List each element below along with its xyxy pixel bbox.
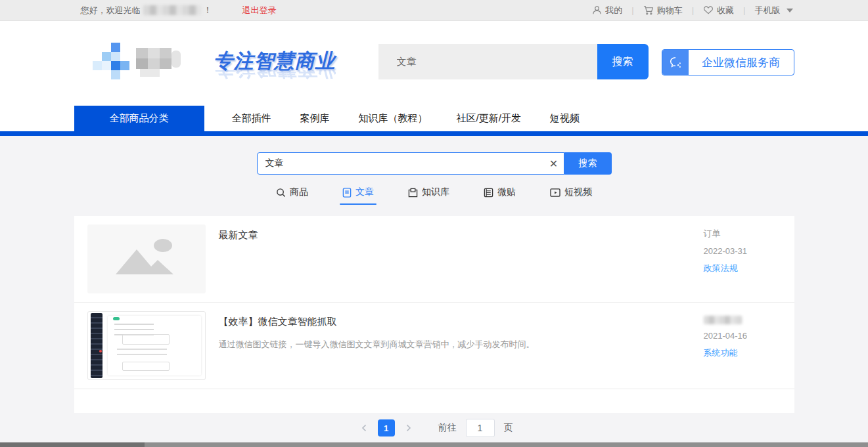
video-icon [550, 188, 560, 198]
tab-products[interactable]: 商品 [276, 186, 308, 205]
tab-posts[interactable]: 微贴 [484, 186, 516, 205]
horizontal-scrollbar[interactable] [0, 442, 868, 447]
main-nav: 全部商品分类 全部插件 案例库 知识库（教程） 社区/更新/开发 短视频 [0, 102, 868, 131]
divider: | [631, 5, 633, 15]
greeting-text: 您好，欢迎光临！ [81, 5, 212, 16]
goto-label: 前往 [438, 422, 457, 434]
result-row[interactable]: 最新文章 订单 2022-03-31 政策法规 [74, 216, 794, 303]
divider: | [743, 5, 745, 15]
clear-input-icon[interactable]: ✕ [544, 158, 564, 170]
nav-item-cases[interactable]: 案例库 [286, 112, 344, 125]
prev-page-icon[interactable] [355, 419, 373, 436]
result-date: 2022-03-31 [704, 246, 781, 256]
thumbnail-textarea [122, 362, 170, 371]
chevron-down-icon [787, 9, 793, 12]
heart-icon [703, 5, 714, 15]
result-category-blurred [704, 316, 742, 324]
cart-icon [643, 5, 654, 15]
site-header: 专注智慧商业 专注智慧商业 搜索 企业微信服务商 [0, 21, 868, 102]
page: 您好，欢迎光临！ 退出登录 我的 | 购物车 | [0, 0, 868, 447]
wecom-service-button[interactable]: 企业微信服务商 [662, 49, 794, 75]
thumbnail-badge [99, 350, 102, 352]
top-bar: 您好，欢迎光临！ 退出登录 我的 | 购物车 | [0, 0, 868, 21]
thumbnail-textarea [122, 334, 170, 345]
result-tag-link[interactable]: 政策法规 [704, 263, 781, 274]
site-logo[interactable] [93, 43, 191, 81]
result-title[interactable]: 最新文章 [219, 229, 704, 242]
header-search-input[interactable] [378, 44, 597, 79]
pagination: 1 前往 页 [0, 419, 868, 437]
slogan: 专注智慧商业 专注智慧商业 [214, 48, 329, 75]
card-bottom-spacer [74, 389, 794, 413]
thumbnail-sidebar [91, 313, 103, 378]
wecom-chat-icon [662, 50, 689, 75]
result-description: 通过微信图文链接，一键导入微信图文文章到商城文章营销中，减少手动发布时间。 [219, 338, 704, 351]
goto-page-input[interactable] [466, 419, 495, 437]
nav-item-knowledge[interactable]: 知识库（教程） [344, 112, 442, 125]
tab-knowledge[interactable]: 知识库 [408, 186, 449, 205]
nav-item-community[interactable]: 社区/更新/开发 [442, 112, 536, 125]
cart-link[interactable]: 购物车 [642, 5, 684, 16]
article-icon [342, 188, 352, 198]
placeholder-image-icon [87, 224, 206, 293]
page-unit-label: 页 [504, 422, 513, 434]
header-search-button[interactable]: 搜索 [597, 44, 649, 79]
scrollbar-thumb[interactable] [0, 442, 145, 447]
top-menu: 我的 | 购物车 | 收藏 | 手机版 [591, 5, 794, 16]
mobile-version-dropdown[interactable]: 手机版 [754, 5, 794, 16]
result-thumbnail [87, 311, 206, 380]
nav-all-categories[interactable]: 全部商品分类 [74, 106, 204, 131]
result-row[interactable]: 【效率】微信文章智能抓取 通过微信图文链接，一键导入微信图文文章到商城文章营销中… [74, 303, 794, 389]
search-icon [276, 188, 286, 198]
result-search-input[interactable] [258, 158, 544, 169]
next-page-icon[interactable] [400, 419, 417, 436]
result-meta: 2021-04-16 系统功能 [704, 311, 781, 380]
tab-articles[interactable]: 文章 [342, 186, 374, 205]
favorites-link[interactable]: 收藏 [702, 5, 735, 16]
result-type-tabs: 商品 文章 知识库 微贴 [0, 186, 868, 205]
nav-item-plugins[interactable]: 全部插件 [217, 112, 286, 125]
username-blurred [143, 5, 201, 15]
result-tag-link[interactable]: 系统功能 [704, 347, 781, 359]
post-icon [484, 188, 493, 198]
knowledge-icon [408, 188, 418, 198]
user-icon [592, 5, 602, 15]
page-number-button[interactable]: 1 [378, 419, 395, 436]
tab-shortvideo[interactable]: 短视频 [550, 186, 592, 205]
content-area: ✕ 搜索 商品 文章 知识库 [0, 136, 868, 437]
result-category: 订单 [704, 228, 781, 240]
nav-item-shortvideo[interactable]: 短视频 [536, 112, 594, 125]
result-date: 2021-04-16 [704, 331, 781, 341]
thumbnail-toggle [113, 317, 120, 320]
header-search: 搜索 [378, 44, 649, 79]
result-search: ✕ 搜索 [257, 152, 612, 175]
logout-link[interactable]: 退出登录 [242, 5, 277, 16]
thumbnail-lines [117, 349, 167, 359]
result-search-button[interactable]: 搜索 [564, 152, 612, 175]
logo-blurred-image [93, 43, 191, 81]
results-card: 最新文章 订单 2022-03-31 政策法规 [74, 216, 794, 413]
divider: | [692, 5, 694, 15]
blue-divider-bar [0, 131, 868, 136]
slogan-reflection: 专注智慧商业 [214, 70, 336, 82]
result-meta: 订单 2022-03-31 政策法规 [704, 224, 781, 293]
result-title[interactable]: 【效率】微信文章智能抓取 [219, 316, 704, 328]
my-account-link[interactable]: 我的 [591, 5, 624, 16]
